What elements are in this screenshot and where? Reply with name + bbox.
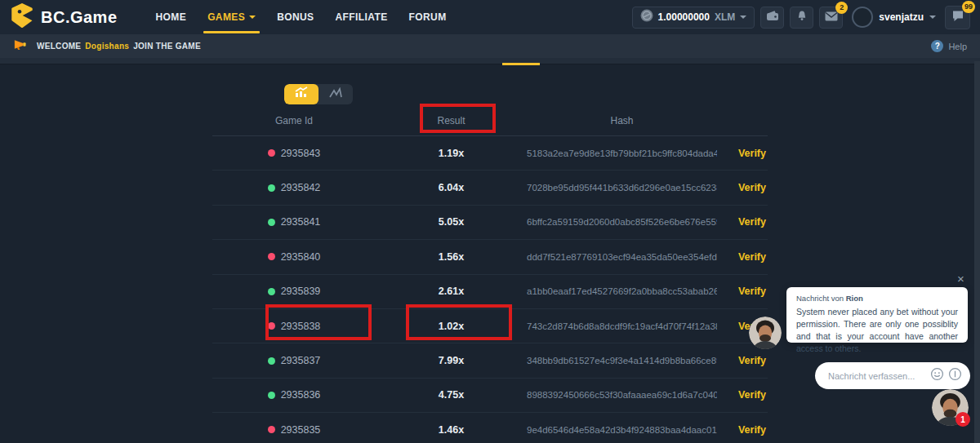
bar-chart-toggle[interactable] [284,84,318,104]
mail-badge: 2 [835,2,848,14]
chat-input-icons [930,367,962,384]
emoji-icon[interactable] [930,367,944,384]
chat-sender-name: Rion [846,294,863,303]
game-id: 2935840 [281,251,321,263]
table-row: 2935837 7.99x 348bb9db61527e4c9f3e4a1414… [212,343,768,378]
username: svenjatzu [879,11,924,23]
result-cell: 1.46x [376,424,527,436]
verify-link[interactable]: Verify [717,148,768,159]
megaphone-icon [13,38,27,54]
top-header: BC.Game HOME GAMES BONUS AFFILIATE FORUM [0,0,980,34]
chat-input-container [815,362,970,389]
verify-link[interactable]: Verify [717,182,768,193]
game-id: 2935841 [281,216,321,228]
game-id-cell: 2935839 [212,286,376,297]
active-tab-indicator [502,63,540,65]
chat-input[interactable] [828,371,930,381]
notifications-button[interactable] [790,7,813,29]
chevron-down-icon [740,16,746,19]
sender-avatar [749,317,782,349]
wallet-button[interactable] [760,7,784,29]
hash-cell: 7028be95dd95f441b633d6d296e0ae15cc6238dd… [527,183,717,193]
nav-bonus[interactable]: BONUS [266,0,324,34]
status-dot [268,288,275,295]
table-header: Game Id Result Hash [212,106,768,136]
user-menu[interactable]: svenjatzu [852,7,936,28]
column-game-id: Game Id [212,115,376,126]
announcement-text: WELCOME Dogishans JOIN THE GAME [37,42,201,51]
chevron-down-icon [249,16,256,19]
page: BC.Game HOME GAMES BONUS AFFILIATE FORUM [0,0,980,443]
announcement-suffix: JOIN THE GAME [133,42,201,51]
verify-link[interactable]: Verify [717,216,768,228]
table-row: 2935841 5.05x 6bffc2a59159d2060d0abc85f5… [212,206,768,240]
status-dot [268,253,275,260]
game-id-cell: 2935835 [212,424,376,436]
balance-selector[interactable]: 1.00000000 XLM [632,7,755,29]
table-row: 2935842 6.04x 7028be95dd95f441b633d6d296… [212,171,768,205]
announcement-username: Dogishans [85,42,129,51]
column-hash: Hash [527,115,717,126]
table-row: 2935843 1.19x 5183a2ea7e9d8e13fb79bbf21b… [212,136,768,171]
verify-link[interactable]: Verify [717,424,768,436]
scrollbar[interactable] [974,61,980,443]
modal-header-band [0,58,980,64]
chat-message-title: Nachricht von Rion [796,294,958,303]
question-icon: ? [931,40,943,52]
chat-bubble-icon [951,10,964,25]
verify-link[interactable]: Verify [717,389,768,401]
result-cell: 1.19x [376,148,527,159]
nav-games[interactable]: GAMES [197,0,266,34]
line-chart-toggle[interactable] [318,84,353,104]
result-cell: 6.04x [376,182,527,193]
chat-message-text: System never placed any bet without your… [796,306,958,355]
game-id: 2935836 [281,389,321,401]
close-icon[interactable]: × [957,272,964,285]
game-id-cell: 2935843 [212,148,376,159]
hash-cell: 8988392450666c53f30afaaaea69c1d6a7c0407e… [527,390,717,400]
chat-unread-badge: 1 [956,412,970,427]
nav-forum[interactable]: FORUM [399,0,457,34]
balance-currency: XLM [715,11,735,23]
nav-affiliate[interactable]: AFFILIATE [325,0,399,34]
status-dot [268,149,275,157]
chat-toggle-button[interactable]: 99 [945,6,970,29]
verify-link[interactable]: Verify [717,355,768,366]
game-id-cell: 2935836 [212,389,376,401]
brand-name: BC.Game [41,8,118,27]
hash-cell: 9e4d6546d4e58a42d3b4f924883baa4daac019ce… [527,425,717,435]
game-id: 2935842 [281,182,321,193]
game-id: 2935837 [281,355,321,366]
header-right: 1.00000000 XLM [632,6,970,29]
help-button[interactable]: ? Help [931,40,967,52]
view-toggle [284,84,353,104]
status-dot [268,184,275,192]
hash-cell: a1bb0eaaf17ed4527669f2a0bba8cc53abab26c6… [527,286,717,296]
result-cell: 7.99x [376,355,527,366]
coin-icon [640,9,653,25]
status-dot [268,392,275,399]
game-id-cell: 2935837 [212,355,376,366]
verify-link[interactable]: Verify [717,286,768,297]
line-chart-icon [328,87,343,102]
status-dot [268,219,275,226]
table-row: 2935840 1.56x ddd7f521e87769103ecf94ea35… [212,240,768,274]
messages-button[interactable]: 2 [819,7,843,29]
bar-chart-icon [293,86,310,102]
verify-link[interactable]: Verify [717,251,768,263]
announcement-bar: WELCOME Dogishans JOIN THE GAME ? Help [0,34,980,58]
chat-badge: 99 [962,1,975,13]
game-id: 2935843 [281,148,321,159]
result-cell: 1.56x [376,251,527,263]
info-icon[interactable] [948,367,962,384]
game-id: 2935835 [281,424,321,436]
table-body: 2935843 1.19x 5183a2ea7e9d8e13fb79bbf21b… [212,136,768,443]
game-id: 2935838 [281,321,321,332]
game-id-cell: 2935840 [212,251,376,263]
hash-cell: 6bffc2a59159d2060d0abc85f526e6be676e5590… [527,217,717,227]
nav-home[interactable]: HOME [145,0,198,34]
brand-logo[interactable]: BC.Game [10,3,118,31]
main-nav: HOME GAMES BONUS AFFILIATE FORUM [145,0,457,34]
result-cell: 5.05x [376,216,527,228]
game-id: 2935839 [281,286,321,297]
